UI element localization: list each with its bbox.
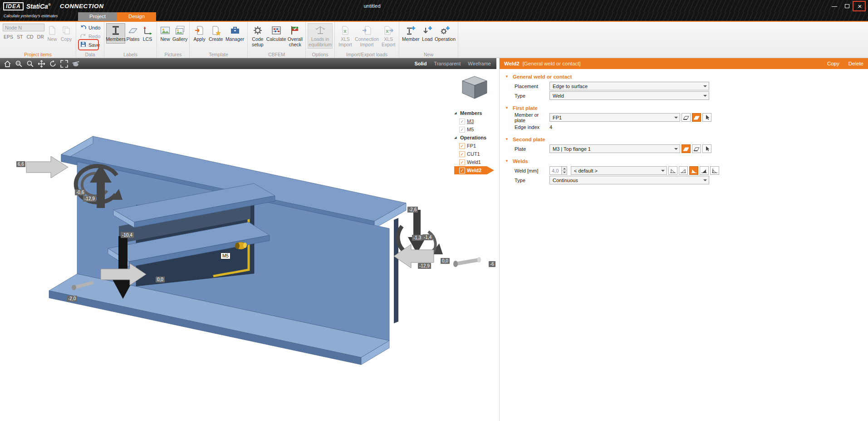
section-welds-label: Welds [513, 158, 528, 164]
save-button[interactable]: Save [78, 40, 102, 49]
weld-type-fillet-button[interactable] [668, 166, 677, 175]
plate-surface-pick-button-2[interactable] [682, 144, 691, 153]
copy-operation-button[interactable]: Copy [827, 61, 839, 66]
template-apply-button[interactable]: Apply [191, 23, 207, 44]
cut1-checkbox[interactable]: ✓ [459, 151, 465, 157]
weld-size-input[interactable]: 4,0 [549, 166, 562, 175]
connection-import-button[interactable]: Connection Import [354, 23, 380, 49]
collapse-icon[interactable]: ◢ [454, 135, 459, 140]
placement-select[interactable]: Edge to surface [549, 82, 709, 90]
tree-item-m3-label[interactable]: M3 [467, 119, 474, 124]
stepper-up-icon[interactable] [562, 167, 567, 171]
tree-item-weld2-selected[interactable]: ✓ Weld2 [454, 166, 494, 174]
code-setup-button[interactable]: Code setup [250, 23, 266, 49]
tree-item-m3[interactable]: ✓ M3 [454, 117, 496, 125]
toggle-eps[interactable]: EPS [4, 34, 13, 40]
load-arrows-right[interactable] [394, 210, 481, 268]
tree-item-fp1[interactable]: ✓ FP1 [454, 142, 496, 150]
picture-new-button[interactable]: New [159, 23, 172, 44]
maximize-button[interactable] [843, 2, 852, 10]
chevron-down-icon [703, 95, 707, 99]
edge-index-value[interactable]: 4 [549, 124, 552, 130]
close-button[interactable]: × [855, 2, 864, 10]
weld-type-bevel-button[interactable] [700, 166, 709, 175]
tree-item-m5[interactable]: ✓ M5 [454, 125, 496, 134]
section-general[interactable]: ▼ General weld or contact [500, 72, 868, 81]
tree-operations-header[interactable]: ◢ Operations [454, 134, 496, 142]
overall-check-button[interactable]: Overall check [287, 23, 304, 49]
template-create-button[interactable]: Create [207, 23, 224, 44]
weld-type-select[interactable]: Continuous [549, 176, 709, 184]
clipping-plane-button[interactable] [70, 59, 81, 69]
weld-type-butt-button[interactable] [710, 166, 719, 175]
weld-type-both-sides-button[interactable] [689, 166, 698, 175]
pan-button[interactable] [36, 59, 47, 69]
weld-or-contact-type-select[interactable]: Weld [549, 91, 709, 100]
new-load-button[interactable]: Load [421, 23, 434, 44]
copy-item-button[interactable]: Copy [59, 23, 74, 44]
select-first-plate-in-scene-button[interactable] [702, 113, 711, 122]
select-second-plate-in-scene-button[interactable] [702, 144, 711, 153]
member-or-plate-select[interactable]: FP1 [549, 113, 680, 122]
fp1-checkbox[interactable]: ✓ [459, 143, 465, 149]
tab-project[interactable]: Project [78, 12, 117, 21]
plate-edge-pick-button[interactable] [682, 113, 691, 122]
labels-plates-button[interactable]: Plates [125, 23, 141, 44]
navigation-cube[interactable] [461, 74, 489, 101]
weld-material-select[interactable]: < default > [571, 166, 667, 175]
3d-scene[interactable] [0, 69, 496, 421]
section-collapse-icon[interactable]: ▼ [505, 138, 509, 141]
section-collapse-icon[interactable]: ▼ [505, 106, 509, 110]
new-item-button[interactable]: New [45, 23, 59, 44]
xls-import-button[interactable]: XLS Import [337, 23, 354, 49]
labels-members-button[interactable]: Members [106, 23, 125, 44]
section-second-plate[interactable]: ▼ Second plate [500, 135, 868, 144]
stepper-down-icon[interactable] [562, 171, 567, 174]
minimize-button[interactable]: — [830, 2, 839, 10]
section-collapse-icon[interactable]: ▼ [505, 75, 509, 79]
zoom-fit-button[interactable] [59, 59, 70, 69]
new-operation-button[interactable]: Operation [434, 23, 456, 44]
section-collapse-icon[interactable]: ▼ [505, 159, 509, 163]
m3-checkbox[interactable]: ✓ [459, 119, 465, 124]
toggle-cd[interactable]: CD [26, 34, 33, 40]
load-label-right-m1: -1,3 [412, 235, 422, 241]
second-plate-select[interactable]: M3 | Top flange 1 [549, 144, 680, 153]
node-selector[interactable] [3, 24, 44, 31]
m5-checkbox[interactable]: ✓ [459, 127, 465, 133]
plate-surface-pick-button[interactable] [692, 113, 701, 122]
render-mode-solid[interactable]: Solid [414, 61, 427, 66]
weld1-checkbox[interactable]: ✓ [459, 159, 465, 165]
labels-lcs-button[interactable]: LCS [141, 23, 154, 44]
tree-item-cut1[interactable]: ✓ CUT1 [454, 150, 496, 158]
plate-edge-pick-button-2[interactable] [692, 144, 701, 153]
tree-members-header[interactable]: ◢ Members [454, 109, 496, 117]
render-mode-transparent[interactable]: Transparent [434, 61, 461, 66]
weld2-checkbox[interactable]: ✓ [459, 168, 465, 173]
toggle-st[interactable]: ST [17, 34, 23, 40]
zoom-window-button[interactable] [13, 59, 25, 69]
calculate-button[interactable]: Calculate [266, 23, 287, 44]
new-member-button[interactable]: Member [401, 23, 421, 44]
section-first-plate[interactable]: ▼ First plate [500, 104, 868, 113]
xls-export-label: XLS Export [381, 37, 396, 47]
zoom-button[interactable] [25, 59, 36, 69]
gallery-button[interactable]: Gallery [172, 23, 188, 44]
loads-in-equilibrium-button[interactable]: Loads in equilibrium [308, 23, 333, 49]
rotate-button[interactable] [47, 59, 59, 69]
xls-export-button[interactable]: XLS Export [380, 23, 397, 49]
undo-button[interactable]: Undo [78, 23, 102, 32]
delete-operation-button[interactable]: Delete [848, 61, 863, 66]
collapse-icon[interactable]: ◢ [454, 111, 459, 115]
weld-size-stepper[interactable] [562, 166, 567, 175]
weld-type-fillet-rear-button[interactable] [679, 166, 688, 175]
section-welds[interactable]: ▼ Welds [500, 157, 868, 166]
toggle-dr[interactable]: DR [37, 34, 44, 40]
3d-viewport[interactable]: 6,6 -0,6 -12,9 -10,4 -2,0 0,0 M5 -2,6 -1… [0, 69, 496, 421]
home-view-button[interactable] [2, 59, 13, 69]
template-manager-button[interactable]: Manager [224, 23, 245, 44]
render-mode-wireframe[interactable]: Wireframe [468, 61, 491, 66]
tree-item-weld1[interactable]: ✓ Weld1 [454, 158, 496, 166]
tab-design[interactable]: Design [117, 12, 156, 21]
redo-button[interactable]: Redo [78, 32, 102, 40]
